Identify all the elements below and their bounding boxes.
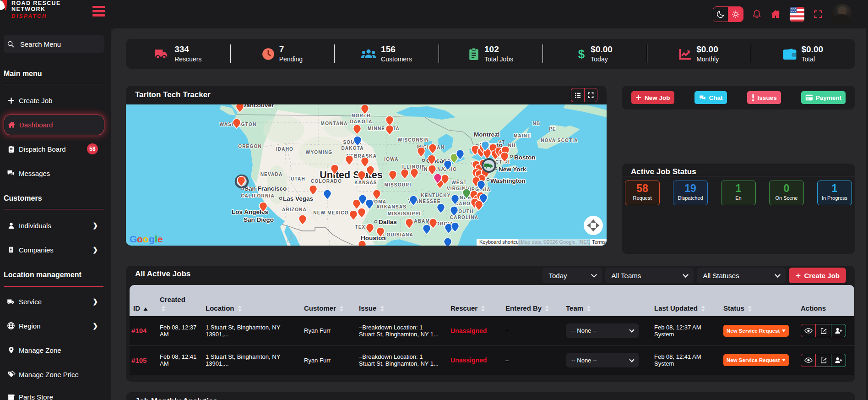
svg-text:WYOMING: WYOMING (306, 150, 332, 155)
svg-text:ROAD RESCUE: ROAD RESCUE (11, 0, 61, 6)
svg-text:MISSISSIPPI: MISSISSIPPI (388, 211, 421, 216)
svg-text:PE: PE (549, 126, 556, 132)
svg-text:MISSOURI: MISSOURI (384, 182, 411, 187)
svg-text:NEW MEXICO: NEW MEXICO (313, 210, 349, 215)
svg-text:NEVADA: NEVADA (260, 172, 283, 177)
svg-text:MAINE: MAINE (514, 133, 531, 138)
svg-text:$: $ (578, 47, 585, 60)
svg-text:NH: NH (508, 143, 516, 148)
svg-text:Las Vegas: Las Vegas (283, 195, 313, 202)
svg-text:LOUISIANA: LOUISIANA (383, 232, 413, 237)
svg-text:Map data ©2026 Google, INEGI: Map data ©2026 Google, INEGI (521, 239, 592, 245)
svg-text:ARKANSAS: ARKANSAS (376, 204, 407, 209)
svg-text:ARIZONA: ARIZONA (282, 207, 307, 212)
svg-text:Washington: Washington (490, 177, 526, 184)
svg-text:WEST: WEST (451, 180, 467, 185)
svg-text:WISCONSIN: WISCONSIN (398, 137, 429, 142)
svg-text:NOVA SCOTIA: NOVA SCOTIA (541, 138, 578, 143)
svg-text:Terms: Terms (592, 239, 606, 245)
svg-text:San Francisco: San Francisco (244, 185, 287, 192)
svg-text:Vancouver: Vancouver (243, 104, 274, 109)
svg-text:Montreal: Montreal (474, 131, 499, 138)
svg-text:DAKOTA: DAKOTA (341, 146, 363, 151)
svg-text:DAKOTA: DAKOTA (350, 119, 372, 124)
svg-text:NORTH: NORTH (352, 113, 371, 118)
svg-text:MONTANA: MONTANA (321, 121, 348, 126)
svg-text:l: l (155, 234, 157, 244)
svg-text:g: g (149, 234, 155, 244)
svg-text:IDAHO: IDAHO (276, 147, 293, 152)
svg-text:KENTUCKY: KENTUCKY (421, 193, 450, 198)
svg-text:KANSAS: KANSAS (354, 180, 377, 185)
svg-text:NETWORK: NETWORK (11, 6, 45, 12)
svg-text:DISPATCH: DISPATCH (11, 13, 47, 19)
svg-text:o: o (143, 234, 149, 244)
svg-text:G: G (130, 234, 137, 244)
svg-text:Boston: Boston (514, 154, 536, 161)
svg-text:Dallas: Dallas (379, 219, 397, 225)
svg-text:New York: New York (499, 166, 526, 173)
svg-text:OREGON: OREGON (238, 144, 262, 149)
svg-text:MINNESOTA: MINNESOTA (368, 126, 400, 131)
svg-text:e: e (157, 234, 163, 244)
svg-text:o: o (137, 234, 143, 244)
svg-text:IOWA: IOWA (384, 157, 398, 162)
svg-text:NB: NB (533, 121, 541, 126)
svg-text:CALIFORNIA: CALIFORNIA (241, 193, 275, 198)
svg-text:Keyboard shortcuts: Keyboard shortcuts (479, 239, 523, 245)
svg-text:UTAH: UTAH (291, 176, 305, 181)
